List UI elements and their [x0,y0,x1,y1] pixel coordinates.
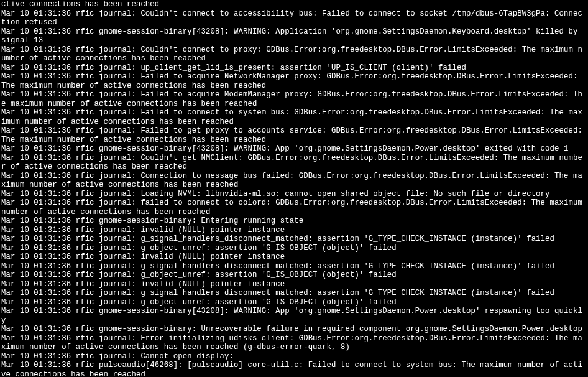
log-line: Mar 10 01:31:36 rfic journal: Couldn't c… [1,45,587,63]
log-line: Mar 10 01:31:36 rfic pulseaudio[46268]: … [1,361,587,377]
log-line: Mar 10 01:31:36 rfic journal: up_client_… [1,63,587,73]
log-line: Mar 10 01:31:36 rfic journal: g_signal_h… [1,235,587,244]
log-line: Mar 10 01:31:36 rfic journal: Loading NV… [1,190,587,199]
log-line: Mar 10 01:31:36 rfic journal: g_object_u… [1,271,587,280]
log-line: Mar 10 01:31:36 rfic journal: Failed to … [1,108,587,126]
log-line: Mar 10 01:31:36 rfic journal: Error init… [1,334,587,352]
log-line: Mar 10 01:31:36 rfic journal: g_signal_h… [1,262,587,271]
log-line: Mar 10 01:31:36 rfic journal: g_signal_h… [1,289,587,298]
log-line: Mar 10 01:31:36 rfic journal: invalid (N… [1,226,587,235]
log-line: Mar 10 01:31:36 rfic journal: Couldn't c… [1,9,587,27]
log-line: Mar 10 01:31:36 rfic gnome-session-binar… [1,216,587,226]
log-line: Mar 10 01:31:36 rfic journal: Failed to … [1,90,587,108]
log-line: Mar 10 01:31:36 rfic journal: invalid (N… [1,280,587,289]
log-line: Mar 10 01:31:36 rfic journal: Connection… [1,172,587,190]
log-line: Mar 10 01:31:36 rfic journal: failed to … [1,198,587,216]
log-line: Mar 10 01:31:36 rfic gnome-session-binar… [1,144,587,154]
log-line: Mar 10 01:31:36 rfic gnome-session-binar… [1,325,587,334]
log-line: Mar 10 01:31:36 rfic journal: g_object_u… [1,244,587,253]
log-line: Mar 10 01:31:36 rfic gnome-session-binar… [1,27,587,45]
log-line: Mar 10 01:31:36 rfic journal: invalid (N… [1,253,587,262]
terminal-output: ctive connections has been reached Mar 1… [0,0,588,377]
log-line: Mar 10 01:31:36 rfic journal: Failed to … [1,72,587,90]
log-line: Mar 10 01:31:36 rfic journal: Failed to … [1,126,587,144]
log-line: Mar 10 01:31:36 rfic journal: Cannot ope… [1,352,587,361]
log-line: Mar 10 01:31:36 rfic gnome-session-binar… [1,307,587,325]
log-line: Mar 10 01:31:36 rfic journal: Couldn't g… [1,154,587,172]
log-line: ctive connections has been reached [1,0,587,9]
log-line: Mar 10 01:31:36 rfic journal: g_object_u… [1,298,587,307]
